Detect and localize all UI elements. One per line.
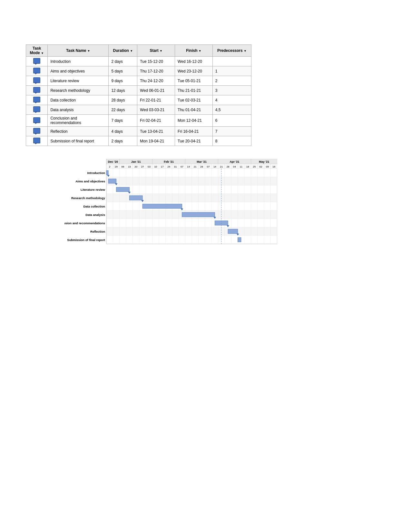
th-predecessors[interactable]: Predecessors ▼ (212, 45, 251, 57)
task-pred-cell: 8 (212, 136, 251, 146)
task-finish-cell: Thu 01-04-21 (175, 105, 213, 115)
task-pred-cell: 1 (212, 66, 251, 76)
th-mode[interactable]: TaskMode ▼ (26, 45, 48, 57)
svg-text:20: 20 (134, 165, 137, 168)
svg-text:28: 28 (227, 165, 230, 168)
svg-rect-122 (182, 212, 215, 217)
svg-text:Reflection: Reflection (90, 230, 105, 233)
svg-text:18: 18 (246, 165, 249, 168)
task-duration-cell: 22 days (109, 105, 137, 115)
table-row: Literature review 9 days Thu 24-12-20 Tu… (26, 76, 251, 86)
task-finish-cell: Thu 21-01-21 (175, 86, 213, 95)
task-finish-cell: Tue 20-04-21 (175, 136, 213, 146)
task-name-cell: Submission of final report (48, 136, 109, 146)
svg-text:29: 29 (115, 165, 118, 168)
svg-text:06: 06 (122, 165, 124, 168)
task-start-cell: Thu 24-12-20 (137, 76, 175, 86)
svg-text:27: 27 (141, 165, 144, 168)
task-duration-cell: 2 days (109, 57, 137, 66)
task-start-cell: Fri 22-01-21 (137, 95, 175, 105)
svg-text:Jan '21: Jan '21 (131, 160, 141, 163)
svg-text:31: 31 (174, 165, 177, 168)
svg-rect-131 (238, 237, 241, 242)
task-mode-cell (26, 115, 48, 127)
svg-text:14: 14 (213, 165, 216, 168)
task-mode-cell (26, 136, 48, 146)
task-duration-cell: 4 days (109, 127, 137, 136)
svg-text:16: 16 (272, 165, 275, 168)
task-duration-cell: 7 days (109, 115, 137, 127)
task-finish-cell: Mon 12-04-21 (175, 115, 213, 127)
svg-text:21: 21 (220, 165, 223, 168)
table-row: Aims and objectives 5 days Thu 17-12-20 … (26, 66, 251, 76)
task-start-cell: Mon 19-04-21 (137, 136, 175, 146)
task-start-cell: Thu 17-12-20 (137, 66, 175, 76)
task-duration-cell: 12 days (109, 86, 137, 95)
task-mode-cell (26, 57, 48, 66)
svg-text:Mar '21: Mar '21 (197, 160, 207, 163)
gantt-chart-container: Dec '20Jan '21Feb '21Mar '21Apr '21May '… (64, 159, 385, 248)
svg-text:Submission of final report: Submission of final report (67, 238, 105, 242)
svg-text:17: 17 (161, 165, 164, 168)
task-start-cell: Fri 02-04-21 (137, 115, 175, 127)
task-start-cell: Wed 03-03-21 (137, 105, 175, 115)
task-finish-cell: Wed 23-12-20 (175, 66, 213, 76)
svg-text:Dec '20: Dec '20 (108, 160, 118, 163)
task-finish-cell: Fri 16-04-21 (175, 127, 213, 136)
task-mode-cell (26, 66, 48, 76)
task-duration-cell: 2 days (109, 136, 137, 146)
svg-text:May '21: May '21 (259, 160, 269, 163)
svg-rect-119 (142, 204, 182, 208)
gantt-table: TaskMode ▼ Task Name ▼ Duration ▼ Start … (26, 44, 251, 146)
svg-text:Data collection: Data collection (83, 205, 105, 208)
task-mode-cell (26, 76, 48, 86)
gantt-table-wrapper: TaskMode ▼ Task Name ▼ Duration ▼ Start … (26, 44, 385, 146)
table-row: Introduction 2 days Tue 15-12-20 Wed 16-… (26, 57, 251, 66)
task-name-cell: Literature review (48, 76, 109, 86)
task-finish-cell: Tue 05-01-21 (175, 76, 213, 86)
task-mode-cell (26, 105, 48, 115)
th-name[interactable]: Task Name ▼ (48, 45, 109, 57)
gantt-svg: Dec '20Jan '21Feb '21Mar '21Apr '21May '… (64, 159, 277, 247)
svg-text:07: 07 (181, 165, 183, 168)
svg-rect-113 (116, 187, 130, 192)
svg-text:14: 14 (187, 165, 190, 168)
th-start[interactable]: Start ▼ (137, 45, 175, 57)
task-start-cell: Tue 13-04-21 (137, 127, 175, 136)
table-row: Research methodology 12 days Wed 06-01-2… (26, 86, 251, 95)
svg-text:25: 25 (253, 165, 256, 168)
svg-text:Conclusion and recommendations: Conclusion and recommendations (64, 221, 105, 225)
svg-text:07: 07 (207, 165, 210, 168)
task-mode-cell (26, 86, 48, 95)
svg-rect-110 (108, 179, 116, 183)
table-row: Reflection 4 days Tue 13-04-21 Fri 16-04… (26, 127, 251, 136)
svg-text:09: 09 (266, 165, 269, 168)
task-pred-cell (212, 57, 251, 66)
svg-text:Apr '21: Apr '21 (230, 160, 239, 163)
svg-text:04: 04 (233, 165, 236, 168)
task-name-cell: Data analysis (48, 105, 109, 115)
svg-text:24: 24 (167, 165, 170, 168)
svg-text:10: 10 (154, 165, 157, 168)
task-mode-cell (26, 95, 48, 105)
task-name-cell: Research methodology (48, 86, 109, 95)
svg-text:Feb '21: Feb '21 (164, 160, 174, 163)
th-duration[interactable]: Duration ▼ (109, 45, 137, 57)
svg-text:Research methodology: Research methodology (71, 196, 105, 200)
task-name-cell: Conclusion and recommendations (48, 115, 109, 127)
svg-rect-128 (228, 229, 238, 234)
th-finish[interactable]: Finish ▼ (175, 45, 213, 57)
svg-text:13: 13 (128, 165, 131, 168)
task-name-cell: Aims and objectives (48, 66, 109, 76)
svg-text:Introduction: Introduction (87, 171, 105, 175)
task-pred-cell: 4 (212, 95, 251, 105)
task-duration-cell: 5 days (109, 66, 137, 76)
task-duration-cell: 9 days (109, 76, 137, 86)
task-pred-cell: 4,5 (212, 105, 251, 115)
task-finish-cell: Tue 02-03-21 (175, 95, 213, 105)
svg-text:Data analysis: Data analysis (85, 213, 105, 217)
task-name-cell: Introduction (48, 57, 109, 66)
svg-rect-116 (129, 196, 142, 200)
task-pred-cell: 7 (212, 127, 251, 136)
svg-text:2: 2 (109, 165, 111, 168)
